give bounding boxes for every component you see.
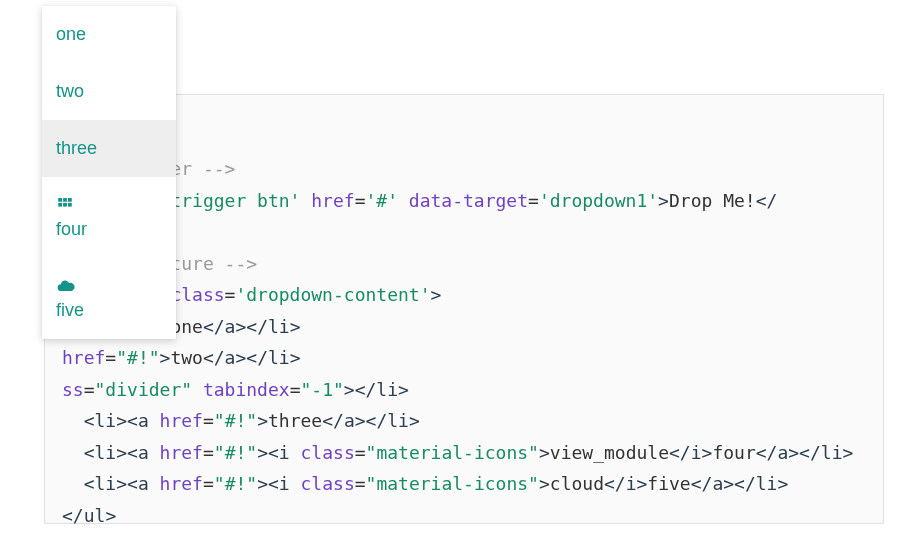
- cloud-icon: [56, 276, 74, 294]
- svg-rect-2: [68, 198, 72, 202]
- code-block: down Trigger --> 'dropdown-trigger btn' …: [62, 153, 853, 531]
- string: 'dropdown-content': [235, 284, 430, 305]
- view-module-icon: [56, 195, 74, 213]
- string: '#': [365, 190, 398, 211]
- string: "#!": [116, 347, 159, 368]
- attr: href: [311, 190, 354, 211]
- svg-rect-5: [68, 203, 72, 207]
- dropdown-item-label: five: [56, 300, 162, 321]
- dropdown-item-label: four: [56, 219, 162, 240]
- dropdown-item-three[interactable]: three: [42, 120, 176, 177]
- dropdown-item-one[interactable]: one: [42, 6, 176, 63]
- svg-rect-4: [63, 203, 67, 207]
- app-stage: kup down Trigger --> 'dropdown-trigger b…: [0, 0, 900, 552]
- dropdown-item-label: one: [56, 24, 162, 45]
- dropdown-item-label: two: [56, 81, 162, 102]
- attr: class: [170, 284, 224, 305]
- attr: data-target: [409, 190, 528, 211]
- dropdown-menu: one two three four five: [42, 6, 176, 339]
- dropdown-item-four[interactable]: four: [42, 177, 176, 258]
- svg-rect-3: [58, 203, 62, 207]
- dropdown-item-label: three: [56, 138, 162, 159]
- dropdown-item-five[interactable]: five: [42, 258, 176, 339]
- dropdown-item-two[interactable]: two: [42, 63, 176, 120]
- string: 'dropdown1': [539, 190, 658, 211]
- attr: href: [62, 347, 105, 368]
- text: Drop Me!: [669, 190, 756, 211]
- svg-rect-0: [58, 198, 62, 202]
- svg-rect-1: [63, 198, 67, 202]
